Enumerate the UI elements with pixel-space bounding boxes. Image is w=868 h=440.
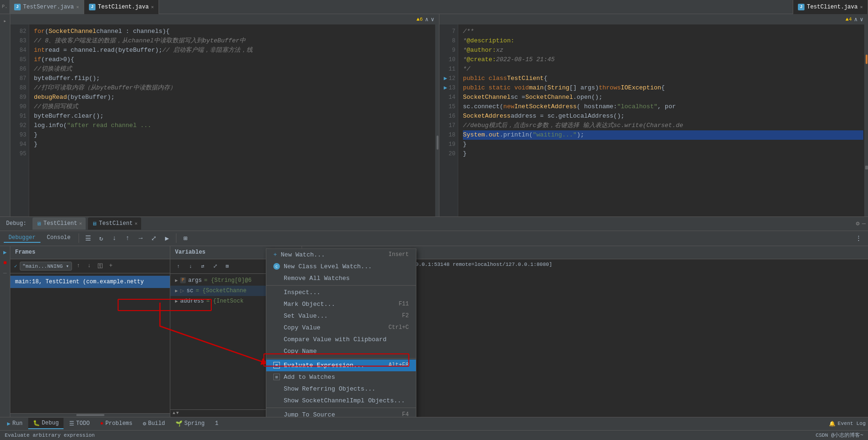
thread-down-btn[interactable]: ↓ (85, 262, 94, 270)
bottom-tab-problems[interactable]: ● Problems (96, 418, 137, 429)
separator (266, 408, 416, 408)
debugger-toolbar: Debugger Console ☰ ↻ ↓ ↑ → ⤢ ▶ ⊞ ⋮ (0, 231, 868, 246)
var-btn3[interactable]: ⇄ (197, 261, 208, 272)
var-btn4[interactable]: ⤢ (209, 261, 221, 272)
code-line: /** (463, 27, 863, 36)
bottom-tab-spring[interactable]: 🌱 Spring (171, 418, 209, 429)
menu-label: Inspect... (284, 289, 320, 296)
bottom-tab-run[interactable]: ▶ Run (2, 418, 27, 429)
thread-selector: ✓ "main...NNING ▾ ↑ ↓ ⚿ + (10, 259, 170, 273)
var-btn[interactable]: ↑ (173, 261, 184, 272)
close-icon[interactable]: ✕ (151, 4, 154, 10)
tab-test-server[interactable]: J TestServer.java ✕ (9, 0, 84, 14)
thread-add-btn[interactable]: + (107, 262, 115, 270)
var-btn2[interactable]: ↓ (185, 261, 196, 272)
thread-filter-btn[interactable]: ⚿ (96, 262, 104, 270)
code-area-right: 7891011 ▶12 ▶13 14151617181920 /** * @de… (439, 24, 868, 216)
tab-console[interactable]: Console (42, 233, 75, 243)
code-content-right[interactable]: /** * @description: * @author: xz * @cre… (458, 24, 868, 216)
step-into-button[interactable]: ↓ (109, 232, 120, 244)
frames-title: Frames (15, 249, 35, 256)
tab-label: Spring (184, 420, 205, 427)
event-log-icon: 🔔 (829, 421, 836, 427)
debug-sidebar-btn[interactable]: ■ (1, 259, 9, 267)
menu-item-add-to-watches[interactable]: ⊞ Add to Watches (266, 371, 416, 383)
menu-label: Evaluate Expression... (284, 362, 365, 369)
debug-session-tab-1[interactable]: 🖥 TestClient ✕ (32, 217, 86, 230)
expand-icon: ▶ (175, 278, 178, 283)
bottom-tab-debug[interactable]: 🐛 Debug (28, 418, 64, 429)
warning-bar-right: ▲4 ∧ ∨ (439, 14, 868, 24)
bottom-tab-todo[interactable]: ☰ TODO (64, 418, 95, 429)
code-line: * @create: 2022-08-15 21:45 (463, 55, 863, 64)
bottom-tab-1[interactable]: 1 (210, 418, 223, 429)
menu-item-mark-object[interactable]: Mark Object... F11 (266, 298, 416, 310)
menu-item-new-class-watch[interactable]: C New Class Level Watch... (266, 261, 416, 272)
chevron-up-icon-right[interactable]: ∧ (854, 16, 858, 23)
bottom-tab-build[interactable]: ⚙ Build (138, 418, 169, 429)
menu-item-inspect[interactable]: Inspect... (266, 287, 416, 298)
resume-button[interactable]: ▶ (161, 232, 173, 244)
menu-item-set-value[interactable]: Set Value... F2 (266, 310, 416, 322)
tab-debugger[interactable]: Debugger (4, 233, 40, 243)
sidebar-icon-fold[interactable]: ▸ (1, 16, 9, 25)
debug-tab-bar: Debug: 🖥 TestClient ✕ 🖥 TestClient ✕ ⚙ — (0, 217, 868, 231)
restore-layout-button[interactable]: ⊞ (180, 232, 191, 244)
menu-label: Copy Name (284, 348, 317, 355)
settings-button[interactable]: ⋮ (853, 232, 864, 244)
evaluate-button[interactable]: ⤢ (148, 232, 159, 244)
code-line: sc.connect(new InetSocketAddress( hostna… (463, 102, 863, 112)
var-value: = {String[0]@6 (204, 277, 252, 284)
code-line: byteBuffer.clear(); (34, 112, 434, 121)
code-line: */ (463, 64, 863, 74)
menu-item-evaluate-expression[interactable]: ⊞ Evaluate Expression... Alt+F8 (266, 360, 416, 371)
show-frames-button[interactable]: ☰ (82, 232, 94, 244)
menu-item-copy-value[interactable]: Copy Value Ctrl+C (266, 322, 416, 334)
close-session-icon[interactable]: ✕ (79, 221, 82, 226)
menu-item-compare-value[interactable]: Compare Value with Clipboard (266, 334, 416, 345)
menu-item-copy-name[interactable]: Copy Name (266, 345, 416, 357)
frame-item[interactable]: main:18, TestClient (com.example.netty (10, 276, 170, 288)
var-scroll-up[interactable]: ▲ (173, 411, 175, 416)
close-icon[interactable]: ✕ (76, 4, 79, 10)
code-line: public class TestClient { (463, 74, 863, 83)
menu-item-new-watch[interactable]: + New Watch... Insert (266, 249, 416, 261)
left-sidebar: ▸ (0, 14, 10, 216)
chevron-down-icon[interactable]: ∨ (431, 16, 434, 23)
debug-session-tab-2[interactable]: 🖥 TestClient ✕ (88, 217, 141, 230)
play-button[interactable]: ▶ (1, 248, 9, 257)
step-over-button[interactable]: ↻ (96, 232, 107, 244)
debug-sidebar-btn2[interactable]: — (1, 269, 9, 278)
code-content-left[interactable]: for(SocketChannel channel : channels){ /… (29, 24, 439, 216)
variables-title: Variables (175, 249, 206, 256)
debug-label: Debug: (2, 220, 30, 227)
gear-icon[interactable]: ⚙ (856, 220, 860, 227)
bottom-tabs: ▶ Run 🐛 Debug ☰ TODO ● Problems ⚙ Build … (0, 417, 868, 430)
menu-label: Compare Value with Clipboard (284, 336, 386, 343)
code-line: } (34, 140, 434, 149)
var-btn5[interactable]: ⊞ (222, 261, 233, 272)
event-log-label: Event Log (838, 421, 866, 426)
minimize-icon[interactable]: — (862, 220, 866, 227)
thread-up-btn[interactable]: ↑ (74, 262, 83, 270)
thread-dropdown[interactable]: "main...NNING ▾ (20, 262, 72, 271)
menu-item-remove-all-watches[interactable]: Remove All Watches (266, 272, 416, 284)
menu-item-show-socketchannel[interactable]: Show SocketChannelImpl Objects... (266, 395, 416, 407)
code-line: } (463, 149, 863, 159)
tab-test-client-right[interactable]: J TestClient.java ✕ (793, 0, 868, 14)
chevron-up-icon[interactable]: ∧ (425, 16, 429, 23)
problems-icon: ● (100, 420, 104, 427)
top-tab-bar: P. J TestServer.java ✕ J TestClient.java… (0, 0, 868, 14)
menu-label: Copy Value (284, 324, 320, 331)
chevron-down-icon-right[interactable]: ∨ (860, 16, 863, 23)
code-line: * @description: (463, 36, 863, 46)
var-scroll-down[interactable]: ▼ (176, 411, 178, 416)
menu-item-jump-to-source[interactable]: Jump To Source F4 (266, 409, 416, 417)
menu-item-show-referring[interactable]: Show Referring Objects... (266, 383, 416, 395)
step-out-button[interactable]: ↑ (122, 232, 133, 244)
tab-test-client-left[interactable]: J TestClient.java ✕ (84, 0, 159, 14)
run-to-cursor-button[interactable]: → (135, 232, 146, 244)
close-session-icon[interactable]: ✕ (135, 221, 137, 226)
close-icon-right[interactable]: ✕ (860, 4, 863, 10)
code-line: log.info("after read channel ... (34, 121, 434, 130)
